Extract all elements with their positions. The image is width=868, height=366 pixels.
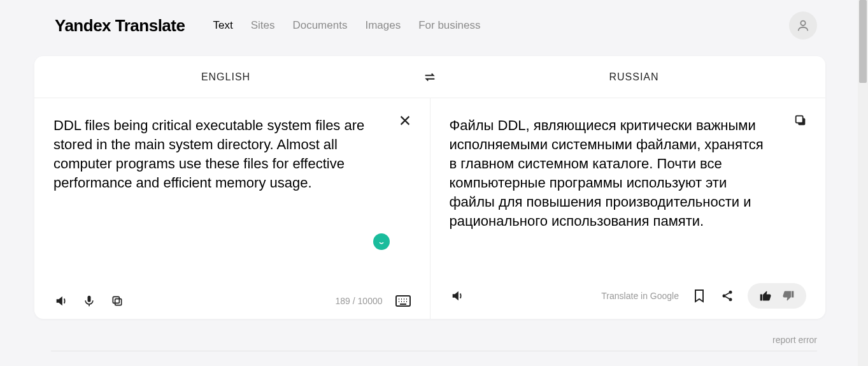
panels: DDL files being critical executable syst…: [34, 98, 825, 319]
target-text: Файлы DDL, являющиеся критически важными…: [450, 116, 807, 231]
bookmark-button[interactable]: [692, 288, 707, 304]
svg-rect-1: [88, 296, 91, 302]
swap-icon: [423, 70, 437, 84]
keyboard-icon: [395, 295, 411, 307]
source-panel: DDL files being critical executable syst…: [34, 98, 430, 319]
thumbs-down-icon: [782, 289, 795, 302]
language-bar: ENGLISH RUSSIAN: [34, 56, 825, 98]
microphone-icon: [83, 295, 96, 307]
target-language[interactable]: RUSSIAN: [443, 71, 825, 83]
char-count: 189 / 10000: [336, 296, 383, 306]
copy-source-button[interactable]: [110, 293, 125, 309]
keyboard-button[interactable]: [395, 293, 411, 309]
grammar-badge[interactable]: [373, 233, 390, 250]
user-icon: [796, 18, 810, 33]
listen-target-button[interactable]: [450, 288, 465, 304]
target-panel: Файлы DDL, являющиеся критически важными…: [430, 98, 826, 319]
svg-rect-6: [796, 116, 803, 123]
svg-point-8: [729, 291, 732, 294]
logo[interactable]: Yandex Translate: [55, 16, 185, 36]
speaker-icon: [450, 289, 464, 303]
thumbs-up-button[interactable]: [758, 288, 773, 304]
share-button[interactable]: [720, 288, 735, 304]
thumbs-up-icon: [759, 289, 772, 302]
svg-rect-3: [113, 296, 119, 303]
svg-point-7: [723, 295, 726, 298]
report-error-link[interactable]: report error: [772, 335, 817, 345]
source-footer: 189 / 10000: [53, 293, 411, 309]
nav-images[interactable]: Images: [365, 19, 401, 32]
thumbs-down-button[interactable]: [781, 288, 796, 304]
vote-group: [748, 283, 806, 309]
user-avatar[interactable]: [789, 11, 817, 40]
copy-target-button[interactable]: [793, 113, 808, 128]
bookmark-icon: [693, 289, 706, 303]
translate-google-link[interactable]: Translate in Google: [601, 291, 679, 301]
source-text[interactable]: DDL files being critical executable syst…: [53, 116, 411, 193]
scrollbar-thumb[interactable]: [859, 0, 867, 83]
nav: Text Sites Documents Images For business: [213, 19, 789, 32]
microphone-button[interactable]: [82, 293, 97, 309]
speaker-icon: [54, 294, 68, 308]
copy-icon: [111, 295, 124, 307]
svg-point-9: [729, 298, 732, 301]
nav-business[interactable]: For business: [418, 19, 480, 32]
clear-button[interactable]: [398, 113, 412, 128]
divider: [51, 351, 817, 351]
listen-source-button[interactable]: [53, 293, 69, 309]
nav-sites[interactable]: Sites: [251, 19, 275, 32]
svg-point-0: [800, 21, 805, 26]
source-language[interactable]: ENGLISH: [34, 71, 417, 83]
copy-icon: [793, 113, 808, 128]
swap-languages-button[interactable]: [417, 70, 443, 84]
smile-icon: [377, 237, 386, 246]
nav-text[interactable]: Text: [213, 19, 232, 32]
scrollbar-track[interactable]: [858, 0, 868, 366]
svg-rect-2: [115, 299, 122, 305]
header: Yandex Translate Text Sites Documents Im…: [0, 0, 868, 50]
translate-card: ENGLISH RUSSIAN DDL files being critical…: [34, 56, 825, 319]
close-icon: [398, 113, 412, 128]
nav-documents[interactable]: Documents: [292, 19, 347, 32]
share-icon: [721, 289, 734, 302]
target-footer: Translate in Google: [450, 283, 807, 309]
